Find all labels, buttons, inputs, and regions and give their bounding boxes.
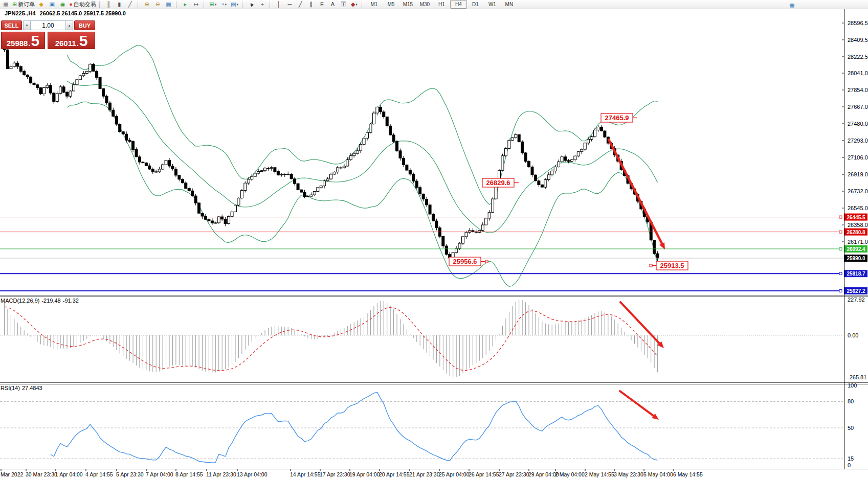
template-icon-dropdown[interactable]: ▾: [236, 3, 238, 7]
trendline-icon: ╱: [299, 2, 302, 7]
autotrading-button-label: 自动交易: [74, 1, 96, 8]
tile-windows-icon[interactable]: ▦: [163, 0, 174, 9]
price-axis-tick-label: 27480.0: [848, 121, 868, 127]
label-icon[interactable]: T: [338, 0, 349, 9]
template-icon[interactable]: ▤▾: [229, 0, 240, 9]
time-axis-label: 25 Apr 04:00: [439, 471, 470, 477]
indicators-icon: ⊞: [210, 2, 214, 7]
chart-icon: ▦: [3, 2, 8, 7]
indicators-icon-dropdown[interactable]: ▾: [215, 3, 217, 7]
candlestick-chart-icon[interactable]: ▮: [114, 0, 125, 9]
timeframe-button-h1[interactable]: H1: [433, 0, 450, 9]
timeframe-button-h4[interactable]: H4: [450, 0, 467, 9]
price-axis-tick-label: 28596.5: [848, 20, 868, 26]
auto-scroll-icon: ▸: [184, 2, 187, 7]
macd-axis-label: -265.81: [848, 374, 866, 380]
chart-window-icon[interactable]: ▦: [787, 1, 797, 10]
shapes-icon-dropdown[interactable]: ▾: [355, 3, 358, 7]
timeframe-button-mn[interactable]: MN: [501, 0, 518, 9]
price-tag-value: 25990.0: [847, 256, 865, 261]
shapes-icon[interactable]: ◆▾: [349, 0, 360, 9]
price-axis-tick-label: 26171.0: [848, 239, 868, 245]
volume-up-button[interactable]: ▲: [65, 20, 73, 30]
annotation-text: 27465.9: [605, 114, 629, 122]
zoom-out-icon[interactable]: ⊖: [152, 0, 163, 9]
new-order-button[interactable]: ⊞新订单: [11, 0, 36, 9]
line-chart-icon[interactable]: ╱: [125, 0, 136, 9]
rsi-axis-label: 15: [848, 455, 854, 462]
chart-canvas[interactable]: 26445.526280.826092.425990.025818.725627…: [0, 0, 868, 479]
market-watch-icon[interactable]: ▣: [47, 0, 57, 9]
new-order-button-label: 新订单: [18, 1, 35, 8]
buy-price-box[interactable]: 26011.5: [48, 32, 95, 49]
trendline-icon[interactable]: ╱: [295, 0, 306, 9]
horizontal-line-icon[interactable]: ─: [284, 0, 295, 9]
fibonacci-icon[interactable]: F: [317, 0, 327, 9]
template-icon: ▤: [231, 2, 236, 7]
price-tag-value: 25627.2: [847, 288, 865, 294]
bar-chart-icon[interactable]: ║: [103, 0, 114, 9]
sell-price-main: 25988: [7, 39, 28, 48]
sell-price-box[interactable]: 25988.5: [1, 32, 45, 49]
cursor-icon[interactable]: ▲: [246, 0, 257, 9]
rsi-panel-label: RSI(14)27.4843: [1, 385, 44, 391]
candlestick-chart-icon: ▮: [118, 2, 121, 7]
signal-icon[interactable]: ◉: [57, 0, 68, 9]
level-handle[interactable]: [839, 247, 842, 250]
rsi-axis-label: 80: [848, 398, 854, 404]
price-tag-value: 26445.5: [847, 215, 865, 220]
indicators-icon[interactable]: ⊞▾: [208, 0, 218, 9]
price-axis-tick-label: 26732.0: [848, 188, 868, 194]
level-handle[interactable]: [839, 231, 842, 233]
time-axis-label: 29 Apr 04:00: [528, 471, 559, 477]
text-icon[interactable]: A: [327, 0, 338, 9]
timeframe-button-d1[interactable]: D1: [467, 0, 484, 9]
gold-icon[interactable]: ◆: [36, 0, 47, 9]
timeframe-button-w1[interactable]: W1: [484, 0, 501, 9]
time-axis-label: 7 Apr 04:00: [146, 471, 173, 477]
gold-icon: ◆: [39, 2, 43, 7]
rsi-axis-label: 100: [848, 382, 857, 389]
timeframe-button-m15[interactable]: M15: [399, 0, 416, 9]
toolbar-separator: [204, 1, 206, 8]
price-axis-tick-label: 28041.0: [848, 70, 868, 76]
level-handle[interactable]: [839, 272, 842, 275]
price-axis-tick-label: 27293.0: [848, 138, 868, 144]
timeframe-button-m1[interactable]: M1: [366, 0, 383, 9]
channel-icon[interactable]: ∥: [306, 0, 317, 9]
market-watch-icon: ▣: [50, 2, 55, 7]
autotrading-button: ●: [69, 2, 73, 7]
zoom-in-icon: ⊕: [145, 2, 149, 7]
auto-scroll-icon[interactable]: ▸: [180, 0, 191, 9]
level-handle[interactable]: [839, 289, 842, 292]
buy-button[interactable]: BUY: [74, 20, 95, 30]
toolbar-separator: [138, 1, 140, 8]
chart-icon[interactable]: ▦: [1, 0, 11, 9]
volume-input[interactable]: [31, 20, 65, 30]
time-axis-label: 3 May 23:30: [614, 471, 643, 477]
macd-name: MACD(12,26,9): [1, 298, 39, 304]
time-axis-label: 1 Apr 04:00: [55, 471, 83, 477]
macd-axis-label: 0.00: [848, 332, 858, 338]
sell-button[interactable]: SELL: [1, 20, 22, 30]
buy-price-dot: .: [77, 39, 79, 48]
timeframe-button-m5[interactable]: M5: [383, 0, 399, 9]
rsi-name: RSI(14): [1, 385, 20, 391]
macd-axis-label: 227.92: [848, 296, 865, 303]
signal-icon: ◉: [60, 2, 65, 7]
autotrading-button[interactable]: ●自动交易: [68, 0, 97, 9]
price-axis-tick-label: 28409.5: [848, 37, 868, 43]
period-icon[interactable]: ◔▾: [218, 0, 229, 9]
crosshair-icon[interactable]: ＋: [257, 0, 268, 9]
zoom-out-icon: ⊖: [155, 2, 160, 7]
period-icon-dropdown[interactable]: ▾: [225, 3, 227, 7]
vertical-line-icon[interactable]: │: [274, 0, 284, 9]
volume-down-button[interactable]: ▼: [23, 20, 31, 30]
toolbar-separator: [362, 1, 364, 8]
level-handle[interactable]: [839, 216, 842, 218]
chart-shift-icon[interactable]: ↦: [191, 0, 202, 9]
price-axis-tick-label: 28222.5: [848, 54, 868, 60]
toolbar-separator: [242, 1, 244, 8]
zoom-in-icon[interactable]: ⊕: [142, 0, 152, 9]
timeframe-button-m30[interactable]: M30: [416, 0, 433, 9]
